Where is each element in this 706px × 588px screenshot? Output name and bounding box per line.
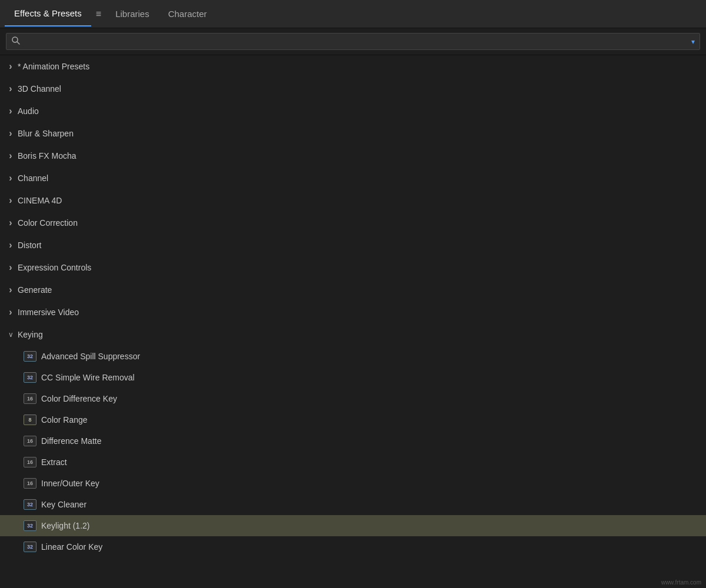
effect-label-extract: Extract — [41, 457, 67, 467]
effect-badge-difference-matte: 16 — [24, 436, 36, 446]
chevron-icon-expression-controls: › — [6, 263, 15, 272]
category-item-immersive-video[interactable]: ›Immersive Video — [0, 301, 706, 323]
chevron-icon-audio: › — [6, 106, 15, 116]
category-label-audio: Audio — [18, 106, 39, 116]
chevron-icon-animation-presets: › — [6, 62, 15, 71]
effect-label-key-cleaner: Key Cleaner — [41, 500, 86, 509]
effect-label-advanced-spill: Advanced Spill Suppressor — [41, 352, 140, 361]
search-input[interactable] — [24, 37, 688, 46]
effects-presets-panel: Effects & Presets ≡ Libraries Character … — [0, 0, 706, 588]
chevron-icon-keying: ∨ — [6, 330, 15, 339]
category-label-keying: Keying — [18, 330, 43, 339]
effect-item-cc-simple-wire[interactable]: 32CC Simple Wire Removal — [0, 367, 706, 388]
effect-badge-inner-outer-key: 16 — [24, 478, 36, 489]
search-caret: ▾ — [691, 38, 695, 46]
chevron-icon-color-correction: › — [6, 218, 15, 228]
chevron-icon-boris-fx-mocha: › — [6, 151, 15, 161]
effect-item-keylight[interactable]: 32Keylight (1.2) — [0, 515, 706, 536]
category-item-cinema4d[interactable]: ›CINEMA 4D — [0, 189, 706, 212]
category-label-boris-fx-mocha: Boris FX Mocha — [18, 151, 76, 161]
effect-label-color-difference-key: Color Difference Key — [41, 394, 117, 403]
chevron-icon-generate: › — [6, 285, 15, 295]
tab-effects[interactable]: Effects & Presets — [5, 1, 91, 26]
category-item-generate[interactable]: ›Generate — [0, 279, 706, 301]
effect-badge-color-range: 8 — [24, 415, 36, 425]
effect-label-color-range: Color Range — [41, 415, 88, 425]
content-area: ›* Animation Presets›3D Channel›Audio›Bl… — [0, 55, 706, 588]
effect-label-difference-matte: Difference Matte — [41, 436, 101, 446]
effect-badge-extract: 16 — [24, 457, 36, 467]
effect-badge-linear-color-key: 32 — [24, 542, 36, 552]
tab-menu-icon[interactable]: ≡ — [91, 2, 106, 26]
chevron-icon-immersive-video: › — [6, 308, 15, 317]
category-label-channel: Channel — [18, 173, 48, 183]
effect-badge-cc-simple-wire: 32 — [24, 372, 36, 383]
category-label-immersive-video: Immersive Video — [18, 308, 79, 317]
category-label-color-correction: Color Correction — [18, 218, 78, 228]
effect-label-cc-simple-wire: CC Simple Wire Removal — [41, 373, 135, 382]
category-label-generate: Generate — [18, 285, 52, 295]
category-item-keying[interactable]: ∨Keying — [0, 323, 706, 346]
category-item-color-correction[interactable]: ›Color Correction — [0, 212, 706, 234]
category-item-audio[interactable]: ›Audio — [0, 100, 706, 122]
effect-item-advanced-spill[interactable]: 32Advanced Spill Suppressor — [0, 346, 706, 367]
category-label-cinema4d: CINEMA 4D — [18, 196, 62, 205]
effect-badge-keylight: 32 — [24, 520, 36, 531]
chevron-icon-cinema4d: › — [6, 196, 15, 205]
effect-item-color-range[interactable]: 8Color Range — [0, 409, 706, 430]
effect-item-difference-matte[interactable]: 16Difference Matte — [0, 430, 706, 452]
tab-character[interactable]: Character — [159, 2, 217, 26]
chevron-icon-3d-channel: › — [6, 84, 15, 93]
effect-badge-key-cleaner: 32 — [24, 499, 36, 510]
category-item-distort[interactable]: ›Distort — [0, 234, 706, 256]
watermark: www.frtam.com — [661, 579, 701, 586]
category-item-boris-fx-mocha[interactable]: ›Boris FX Mocha — [0, 145, 706, 167]
chevron-icon-blur-sharpen: › — [6, 129, 15, 138]
search-bar: ▾ — [0, 28, 706, 55]
tree-list: ›* Animation Presets›3D Channel›Audio›Bl… — [0, 55, 706, 588]
search-input-wrapper: ▾ — [6, 33, 700, 50]
effect-item-extract[interactable]: 16Extract — [0, 452, 706, 473]
category-item-3d-channel[interactable]: ›3D Channel — [0, 78, 706, 100]
search-icon — [11, 36, 21, 47]
category-label-distort: Distort — [18, 240, 41, 250]
category-label-blur-sharpen: Blur & Sharpen — [18, 129, 74, 138]
category-label-3d-channel: 3D Channel — [18, 84, 61, 93]
effect-badge-color-difference-key: 16 — [24, 393, 36, 404]
effect-label-linear-color-key: Linear Color Key — [41, 542, 102, 552]
category-item-blur-sharpen[interactable]: ›Blur & Sharpen — [0, 122, 706, 145]
category-label-animation-presets: * Animation Presets — [18, 62, 89, 71]
category-item-animation-presets[interactable]: ›* Animation Presets — [0, 55, 706, 78]
svg-line-1 — [17, 42, 19, 44]
effect-item-color-difference-key[interactable]: 16Color Difference Key — [0, 388, 706, 409]
category-label-expression-controls: Expression Controls — [18, 263, 91, 272]
effect-item-inner-outer-key[interactable]: 16Inner/Outer Key — [0, 473, 706, 494]
effect-label-inner-outer-key: Inner/Outer Key — [41, 479, 99, 488]
effect-item-linear-color-key[interactable]: 32Linear Color Key — [0, 536, 706, 557]
effect-label-keylight: Keylight (1.2) — [41, 521, 89, 530]
category-item-channel[interactable]: ›Channel — [0, 167, 706, 189]
chevron-icon-distort: › — [6, 240, 15, 250]
chevron-icon-channel: › — [6, 173, 15, 183]
effect-item-key-cleaner[interactable]: 32Key Cleaner — [0, 494, 706, 515]
category-item-expression-controls[interactable]: ›Expression Controls — [0, 256, 706, 279]
effect-badge-advanced-spill: 32 — [24, 351, 36, 362]
tab-bar: Effects & Presets ≡ Libraries Character — [0, 0, 706, 28]
tab-libraries[interactable]: Libraries — [106, 2, 159, 26]
